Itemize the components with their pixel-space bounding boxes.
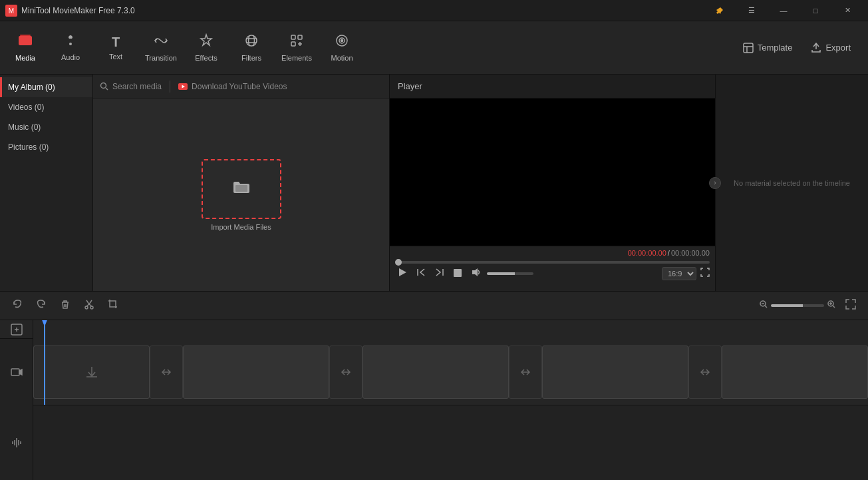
yt-download-button[interactable]: Download YouTube Videos — [178, 82, 287, 91]
player-header: Player — [390, 75, 715, 99]
prev-button[interactable] — [414, 266, 428, 280]
crop-button[interactable] — [104, 296, 122, 315]
sidebar-album-label: My Album (0) — [8, 83, 55, 92]
menu-icon: ☰ — [748, 6, 755, 15]
sidebar: My Album (0) Videos (0) Music (0) Pictur… — [0, 75, 93, 291]
toolbar-text-label: Text — [109, 53, 122, 61]
sidebar-item-pictures[interactable]: Pictures (0) — [0, 137, 92, 157]
tl-transition-3[interactable] — [688, 346, 722, 399]
next-icon — [435, 268, 444, 277]
panel-collapse-button[interactable]: › — [709, 177, 721, 189]
toolbar-media[interactable]: Media — [3, 24, 48, 72]
maximize-button[interactable]: □ — [800, 0, 831, 21]
timeline-body — [0, 339, 868, 480]
zoom-out-button[interactable] — [759, 300, 768, 312]
tl-transition-2[interactable] — [509, 346, 542, 399]
export-button[interactable]: Export — [804, 39, 857, 57]
player-ctrl-row: 16:9 — [395, 266, 710, 280]
stop-icon — [454, 269, 462, 277]
svg-text:M: M — [9, 7, 14, 15]
next-button[interactable] — [432, 266, 447, 280]
prev-icon — [416, 268, 426, 277]
toolbar-motion[interactable]: Motion — [319, 24, 364, 72]
tl-video-track — [33, 339, 868, 405]
app-icon: M — [5, 5, 17, 17]
sidebar-item-music[interactable]: Music (0) — [0, 117, 92, 137]
tl-video-icon — [11, 366, 23, 378]
tl-clip-1[interactable] — [183, 346, 329, 399]
ratio-select[interactable]: 16:9 — [662, 267, 696, 280]
tl-video-label — [0, 339, 33, 405]
fit-timeline-button[interactable] — [841, 296, 860, 315]
sidebar-item-album[interactable]: My Album (0) — [0, 77, 92, 97]
player-time-sep: / — [668, 249, 670, 257]
redo-button[interactable] — [32, 296, 51, 315]
toolbar-text[interactable]: T Text — [93, 24, 138, 72]
svg-point-14 — [101, 83, 106, 89]
toolbar-transition[interactable]: Transition — [138, 24, 184, 72]
player-time-current: 00:00:00.00 — [628, 249, 666, 257]
delete-button[interactable] — [56, 296, 74, 315]
tl-side-labels — [0, 339, 33, 480]
import-media-box[interactable] — [202, 159, 281, 219]
minimize-button[interactable]: — — [768, 0, 799, 21]
zoom-in-icon — [827, 300, 836, 309]
search-icon — [100, 82, 108, 91]
tl-clip-4[interactable] — [722, 346, 868, 399]
svg-rect-3 — [20, 35, 31, 36]
svg-point-6 — [246, 35, 257, 46]
svg-rect-7 — [291, 35, 295, 39]
sidebar-item-videos[interactable]: Videos (0) — [0, 97, 92, 117]
media-icon — [18, 33, 33, 51]
sidebar-videos-label: Videos (0) — [8, 103, 44, 112]
timeline-header — [0, 320, 868, 339]
audio-icon — [64, 34, 77, 51]
media-toolbar: Search media Download YouTube Videos — [93, 75, 389, 99]
toolbar-right: Template Export — [736, 39, 865, 57]
toolbar-audio[interactable]: Audio — [48, 24, 93, 72]
svg-rect-17 — [235, 185, 247, 192]
tl-transition-1[interactable] — [329, 346, 362, 399]
effects-icon — [199, 33, 214, 51]
toolbar-elements[interactable]: Elements — [274, 24, 319, 72]
undo-icon — [12, 299, 23, 310]
toolbar-media-label: Media — [15, 54, 35, 62]
motion-icon — [335, 33, 349, 51]
fullscreen-icon — [700, 268, 710, 277]
close-button[interactable]: ✕ — [832, 0, 863, 21]
tl-add-button[interactable] — [0, 320, 33, 338]
toolbar-elements-label: Elements — [281, 54, 312, 62]
folder-icon — [232, 180, 251, 198]
stop-button[interactable] — [451, 267, 464, 280]
tl-clip-download-icon — [84, 365, 99, 379]
tl-transition-0[interactable] — [150, 346, 183, 399]
toolbar-filters[interactable]: Filters — [229, 24, 274, 72]
tl-clip-0[interactable] — [33, 346, 150, 399]
play-button[interactable] — [395, 266, 410, 280]
tl-clip-3[interactable] — [542, 346, 688, 399]
export-label: Export — [825, 43, 851, 53]
search-box[interactable]: Search media — [100, 82, 162, 91]
zoom-in-button[interactable] — [827, 300, 836, 312]
player-controls: 00:00:00.00 / 00:00:00.00 — [390, 246, 715, 291]
yt-download-label: Download YouTube Videos — [192, 82, 287, 91]
svg-point-12 — [341, 40, 343, 42]
zoom-slider[interactable] — [771, 304, 824, 307]
tl-clip-2[interactable] — [362, 346, 509, 399]
minimize-icon: — — [780, 7, 788, 15]
player-progress-bar[interactable] — [395, 261, 710, 264]
fullscreen-button[interactable] — [700, 268, 710, 279]
toolbar-filters-label: Filters — [241, 54, 261, 62]
volume-button[interactable] — [468, 266, 483, 280]
svg-rect-26 — [11, 369, 19, 375]
tl-playhead-line — [44, 339, 45, 405]
undo-button[interactable] — [8, 296, 27, 315]
template-button[interactable]: Template — [736, 39, 799, 57]
toolbar-effects[interactable]: Effects — [184, 24, 229, 72]
youtube-icon — [178, 83, 188, 90]
template-label: Template — [758, 43, 793, 53]
pin-button[interactable] — [704, 0, 735, 21]
menu-button[interactable]: ☰ — [736, 0, 767, 21]
volume-slider[interactable] — [487, 272, 533, 275]
cut-button[interactable] — [80, 296, 98, 315]
